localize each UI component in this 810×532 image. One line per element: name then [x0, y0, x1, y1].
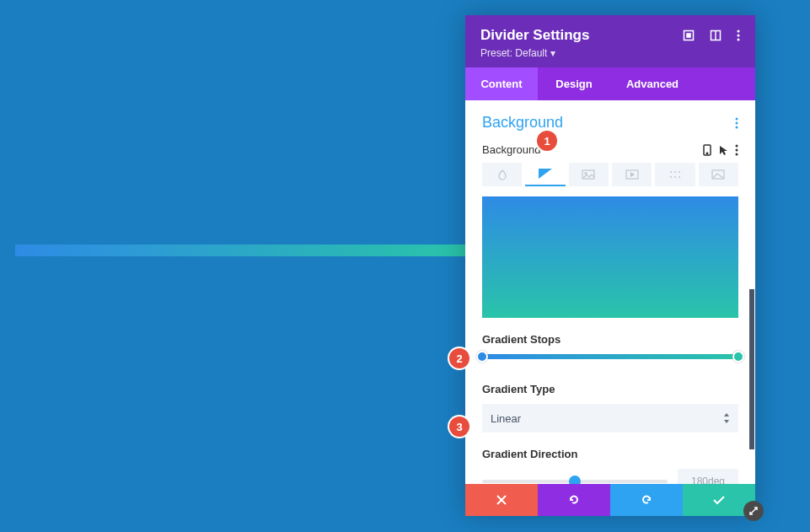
bg-type-mask[interactable] — [699, 163, 738, 186]
svg-point-4 — [738, 30, 740, 33]
gradient-stops-track[interactable] — [482, 354, 738, 359]
svg-point-20 — [674, 171, 676, 173]
svg-point-6 — [738, 39, 740, 41]
callout-2: 2 — [449, 348, 469, 368]
background-label: Background — [482, 143, 540, 156]
gradient-stops-label: Gradient Stops — [482, 333, 738, 346]
gradient-stop-start[interactable] — [476, 351, 488, 363]
gradient-type-value: Linear — [491, 412, 521, 425]
svg-line-28 — [750, 508, 757, 514]
tab-advanced[interactable]: Advanced — [610, 67, 695, 100]
gradient-direction-input[interactable]: 180deg — [678, 469, 738, 484]
page-canvas: Divider Settings Preset: Default ▾ Conte… — [0, 0, 810, 532]
gradient-direction-label: Gradient Direction — [482, 448, 738, 460]
svg-point-21 — [679, 171, 680, 173]
divider-module-preview[interactable] — [15, 245, 465, 256]
svg-point-24 — [679, 176, 680, 178]
section-menu-icon[interactable] — [735, 117, 738, 129]
select-caret-icon — [723, 413, 730, 423]
panel-title: Divider Settings — [480, 27, 589, 44]
svg-point-12 — [736, 144, 738, 147]
svg-point-19 — [670, 171, 672, 173]
tab-design[interactable]: Design — [538, 67, 610, 100]
bg-type-image[interactable] — [569, 163, 609, 186]
svg-point-23 — [674, 176, 676, 178]
svg-point-11 — [706, 153, 707, 153]
hover-icon[interactable] — [718, 144, 728, 156]
kebab-menu-icon[interactable] — [737, 30, 740, 41]
gradient-type-label: Gradient Type — [482, 383, 738, 395]
phone-view-icon[interactable] — [703, 144, 711, 156]
panel-header: Divider Settings Preset: Default ▾ — [465, 15, 755, 67]
panel-footer — [465, 484, 755, 516]
panel-body: Background Background — [465, 100, 755, 484]
svg-point-13 — [736, 148, 738, 151]
callout-3: 3 — [449, 416, 469, 437]
svg-point-14 — [736, 153, 738, 155]
preset-selector[interactable]: Preset: Default ▾ — [480, 47, 740, 59]
redo-button[interactable] — [610, 484, 683, 516]
svg-rect-1 — [687, 34, 690, 37]
svg-point-7 — [736, 117, 738, 120]
expand-icon[interactable] — [683, 30, 695, 41]
bg-type-video[interactable] — [612, 163, 652, 186]
bg-type-pattern[interactable] — [655, 163, 695, 186]
bg-type-gradient[interactable] — [525, 163, 565, 186]
field-menu-icon[interactable] — [735, 144, 738, 156]
settings-panel: Divider Settings Preset: Default ▾ Conte… — [465, 15, 755, 516]
background-type-tabs — [482, 163, 738, 186]
gradient-direction-thumb[interactable] — [569, 476, 581, 484]
snap-panel-icon[interactable] — [710, 30, 721, 41]
svg-point-9 — [736, 126, 738, 128]
gradient-preview[interactable] — [482, 196, 738, 318]
gradient-direction-slider[interactable] — [482, 480, 668, 483]
svg-point-5 — [738, 35, 740, 37]
svg-point-8 — [736, 121, 738, 124]
tab-content[interactable]: Content — [465, 67, 538, 100]
bg-type-color[interactable] — [482, 163, 522, 186]
resize-handle-icon[interactable] — [743, 501, 764, 521]
svg-point-22 — [670, 176, 672, 178]
gradient-stop-end[interactable] — [732, 351, 744, 363]
cancel-button[interactable] — [465, 484, 538, 516]
undo-button[interactable] — [538, 484, 610, 516]
gradient-type-select[interactable]: Linear — [482, 404, 738, 433]
tab-bar: Content Design Advanced — [465, 67, 755, 100]
section-title: Background — [482, 114, 563, 132]
svg-point-17 — [585, 173, 587, 175]
panel-scrollbar[interactable] — [749, 289, 754, 449]
callout-1: 1 — [537, 131, 557, 151]
